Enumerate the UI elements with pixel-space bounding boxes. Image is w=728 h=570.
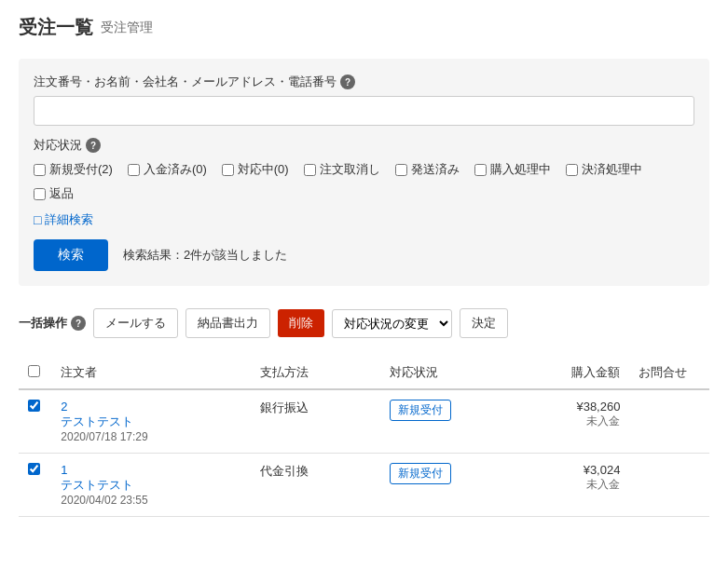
col-header-payment: 支払方法: [251, 357, 380, 389]
orders-table: 注文者 支払方法 対応状況 購入金額 お問合せ 2 テストテスト 2020/07…: [19, 357, 709, 517]
status-new-checkbox[interactable]: [34, 164, 46, 176]
row1-amount-note: 未入金: [519, 414, 620, 429]
table-row: 1 テストテスト 2020/04/02 23:55 代金引換 新規受付 ¥3,0…: [19, 454, 709, 517]
bulk-help-icon[interactable]: ?: [71, 316, 86, 331]
mail-button[interactable]: メールする: [93, 308, 178, 338]
col-header-amount: 購入金額: [510, 357, 629, 389]
row2-status-cell: 新規受付: [380, 454, 510, 517]
row2-order-id[interactable]: 1: [61, 463, 241, 477]
status-shipped-checkbox[interactable]: [395, 164, 407, 176]
row2-payment-cell: 代金引換: [251, 454, 380, 517]
search-label: 注文番号・お名前・会社名・メールアドレス・電話番号 ?: [34, 74, 694, 90]
select-all-checkbox[interactable]: [28, 365, 40, 377]
row2-order-name[interactable]: テストテスト: [61, 477, 241, 494]
status-checkbox-group: 新規受付(2) 入金済み(0) 対応中(0) 注文取消し 発送済み 購入処理中: [34, 161, 694, 202]
row2-amount-cell: ¥3,024 未入金: [510, 454, 629, 517]
row1-amount-value: ¥38,260: [519, 400, 620, 414]
page-subtitle: 受注管理: [101, 20, 153, 36]
row2-payment-method: 代金引換: [260, 464, 309, 478]
plus-icon: □: [34, 212, 41, 227]
row1-order-name[interactable]: テストテスト: [61, 414, 241, 430]
search-section: 注文番号・お名前・会社名・メールアドレス・電話番号 ? 対応状況 ? 新規受付(…: [19, 59, 709, 286]
status-new[interactable]: 新規受付(2): [34, 161, 113, 178]
row1-status-badge: 新規受付: [390, 400, 451, 421]
col-header-status: 対応状況: [380, 357, 510, 389]
col-header-inquiry: お問合せ: [629, 357, 709, 389]
row1-check-cell: [19, 389, 51, 454]
delivery-button[interactable]: 納品書出力: [185, 308, 270, 338]
page-title: 受注一覧: [19, 15, 93, 40]
status-purchasing[interactable]: 購入処理中: [474, 161, 551, 178]
status-cancelled[interactable]: 注文取消し: [304, 161, 380, 178]
row2-check-cell: [19, 454, 51, 517]
delete-button[interactable]: 削除: [278, 309, 324, 337]
row2-status-badge: 新規受付: [390, 463, 451, 484]
status-shipped[interactable]: 発送済み: [395, 161, 460, 178]
bulk-action-label: 一括操作 ?: [19, 315, 86, 332]
row1-payment-cell: 銀行振込: [251, 389, 380, 454]
status-paid-checkbox[interactable]: [128, 164, 140, 176]
row1-inquiry-cell: [629, 389, 709, 454]
search-result: 検索結果：2件が該当しました: [123, 247, 287, 264]
advanced-search-toggle[interactable]: □ 詳細検索: [34, 211, 694, 228]
row1-checkbox[interactable]: [28, 400, 40, 412]
status-payment-processing-checkbox[interactable]: [566, 164, 578, 176]
status-change-select[interactable]: 対応状況の変更: [332, 309, 452, 338]
status-payment-processing[interactable]: 決済処理中: [566, 161, 642, 178]
row2-amount-note: 未入金: [519, 477, 620, 493]
row2-checkbox[interactable]: [28, 463, 40, 475]
status-cancelled-checkbox[interactable]: [304, 164, 316, 176]
search-button[interactable]: 検索: [34, 239, 108, 271]
table-body: 2 テストテスト 2020/07/18 17:29 銀行振込 新規受付 ¥38,…: [19, 389, 709, 517]
status-paid[interactable]: 入金済み(0): [128, 161, 207, 178]
row1-order-id[interactable]: 2: [61, 400, 241, 414]
bulk-action-bar: 一括操作 ? メールする 納品書出力 削除 対応状況の変更 決定: [19, 301, 709, 346]
status-help-icon[interactable]: ?: [86, 138, 101, 153]
row2-amount-value: ¥3,024: [519, 463, 620, 477]
row2-order-date: 2020/04/02 23:55: [61, 494, 241, 507]
row2-orderer-cell: 1 テストテスト 2020/04/02 23:55: [51, 454, 251, 517]
row2-inquiry-cell: [629, 454, 709, 517]
row1-payment-method: 銀行振込: [260, 400, 309, 414]
row1-amount-cell: ¥38,260 未入金: [510, 389, 629, 454]
status-label: 対応状況 ?: [34, 137, 694, 154]
col-header-check: [19, 357, 51, 389]
row1-order-date: 2020/07/18 17:29: [61, 430, 241, 443]
status-processing-checkbox[interactable]: [222, 164, 234, 176]
search-input[interactable]: [34, 96, 694, 126]
status-purchasing-checkbox[interactable]: [474, 164, 487, 176]
status-processing[interactable]: 対応中(0): [222, 161, 289, 178]
table-header: 注文者 支払方法 対応状況 購入金額 お問合せ: [19, 357, 709, 389]
status-returned[interactable]: 返品: [34, 185, 74, 202]
col-header-orderer: 注文者: [51, 357, 251, 389]
row1-orderer-cell: 2 テストテスト 2020/07/18 17:29: [51, 389, 251, 454]
page-header: 受注一覧 受注管理: [19, 15, 709, 40]
search-action: 検索 検索結果：2件が該当しました: [34, 239, 694, 271]
status-section: 対応状況 ? 新規受付(2) 入金済み(0) 対応中(0) 注文取消し: [34, 137, 694, 202]
status-returned-checkbox[interactable]: [34, 188, 46, 200]
table-row: 2 テストテスト 2020/07/18 17:29 銀行振込 新規受付 ¥38,…: [19, 389, 709, 454]
row1-status-cell: 新規受付: [380, 389, 510, 454]
decide-button[interactable]: 決定: [460, 308, 508, 338]
search-help-icon[interactable]: ?: [340, 75, 355, 89]
